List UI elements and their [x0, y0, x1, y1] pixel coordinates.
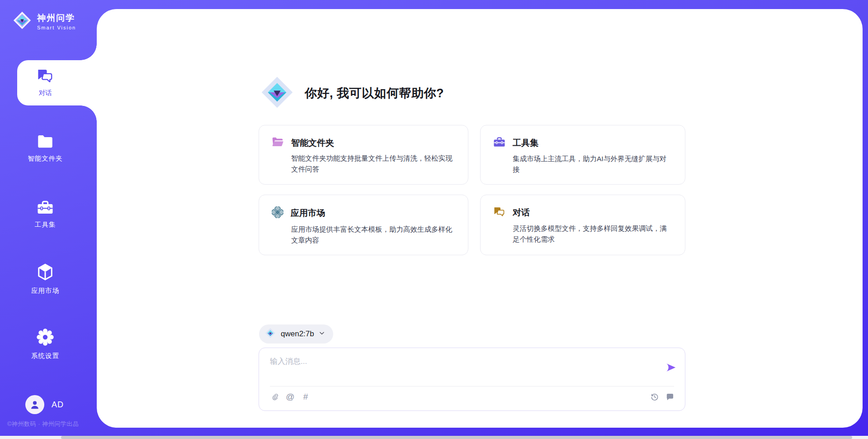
sidebar-item-label: 智能文件夹	[28, 154, 63, 163]
sidebar-item-smart-folder[interactable]: 智能文件夹	[9, 131, 81, 166]
card-title: 应用市场	[291, 207, 325, 219]
folder-icon	[37, 134, 53, 151]
cube-icon	[37, 263, 54, 283]
sidebar-item-label: 对话	[39, 89, 52, 97]
model-selector[interactable]: qwen2:7b	[259, 324, 333, 344]
person-icon	[29, 399, 41, 410]
chevron-down-icon	[319, 330, 325, 338]
chat-bubbles-icon	[37, 68, 54, 86]
sidebar-item-label: 应用市场	[31, 286, 59, 295]
sidebar-item-app-market[interactable]: 应用市场	[9, 262, 81, 296]
main-panel: 你好, 我可以如何帮助你? 智能文件夹 智能文件夹功能支持批量文件上传与清洗，轻…	[97, 9, 863, 428]
brand-diamond-icon	[12, 10, 33, 33]
toolbox-icon	[37, 200, 53, 217]
horizontal-scrollbar[interactable]	[0, 436, 868, 439]
brand-subtitle: Smart Vision	[37, 25, 76, 30]
user-profile[interactable]: AD	[25, 395, 64, 414]
sidebar: 神州问学 Smart Vision 对话 智能文件夹	[0, 0, 97, 439]
model-diamond-icon	[264, 327, 276, 341]
sidebar-item-toolset[interactable]: 工具集	[9, 197, 81, 232]
sidebar-item-settings[interactable]: 系统设置	[9, 327, 81, 361]
card-title: 工具集	[513, 137, 538, 149]
brand-logo: 神州问学 Smart Vision	[0, 0, 97, 33]
sidebar-item-chat[interactable]: 对话	[17, 60, 97, 105]
gear-icon	[36, 328, 54, 348]
composer-divider	[270, 386, 674, 387]
history-icon[interactable]	[650, 392, 660, 402]
greeting-title: 你好, 我可以如何帮助你?	[305, 85, 444, 101]
sidebar-item-label: 系统设置	[31, 352, 59, 360]
attach-icon[interactable]	[270, 392, 280, 402]
copyright-footer: ©神州数码 · 神州问学出品	[7, 420, 79, 428]
mention-icon[interactable]: @	[285, 392, 295, 402]
toolbox-icon	[493, 137, 505, 149]
sidebar-nav: 对话 智能文件夹 工具集	[0, 60, 97, 361]
card-chat[interactable]: 对话 灵活切换多模型文件，支持多样回复效果调试，满足个性化需求	[480, 195, 685, 255]
card-title: 对话	[513, 207, 530, 219]
send-icon[interactable]	[665, 362, 677, 373]
chat-bubble-icon[interactable]	[665, 392, 675, 402]
card-description: 灵活切换多模型文件，支持多样回复效果调试，满足个性化需求	[513, 223, 672, 245]
card-smart-folder[interactable]: 智能文件夹 智能文件夹功能支持批量文件上传与清洗，轻松实现文件问答	[259, 125, 468, 185]
brand-name: 神州问学	[37, 12, 76, 24]
sidebar-item-label: 工具集	[35, 220, 56, 229]
avatar	[25, 395, 44, 414]
composer-toolbar: @ #	[270, 392, 675, 402]
feature-cards: 智能文件夹 智能文件夹功能支持批量文件上传与清洗，轻松实现文件问答 工具集 集成…	[259, 125, 685, 255]
assistant-diamond-icon	[259, 74, 296, 113]
message-composer: @ #	[259, 348, 685, 411]
card-description: 应用市场提供丰富长文本模板，助力高效生成多样化文章内容	[291, 224, 455, 246]
card-description: 集成市场上主流工具，助力AI与外界无缝扩展与对接	[513, 153, 672, 175]
model-name: qwen2:7b	[281, 329, 314, 339]
card-toolset[interactable]: 工具集 集成市场上主流工具，助力AI与外界无缝扩展与对接	[480, 125, 685, 185]
card-description: 智能文件夹功能支持批量文件上传与清洗，轻松实现文件问答	[291, 153, 455, 175]
folder-open-icon	[272, 137, 284, 149]
message-input[interactable]	[270, 356, 650, 382]
chat-bubbles-icon	[493, 206, 505, 219]
hashtag-icon[interactable]: #	[301, 392, 311, 402]
user-initials: AD	[52, 400, 64, 410]
card-app-market[interactable]: 应用市场 应用市场提供丰富长文本模板，助力高效生成多样化文章内容	[259, 195, 468, 255]
card-title: 智能文件夹	[291, 137, 334, 149]
app-grid-icon	[272, 206, 283, 220]
scrollbar-thumb[interactable]	[61, 436, 852, 439]
greeting: 你好, 我可以如何帮助你?	[259, 74, 444, 113]
